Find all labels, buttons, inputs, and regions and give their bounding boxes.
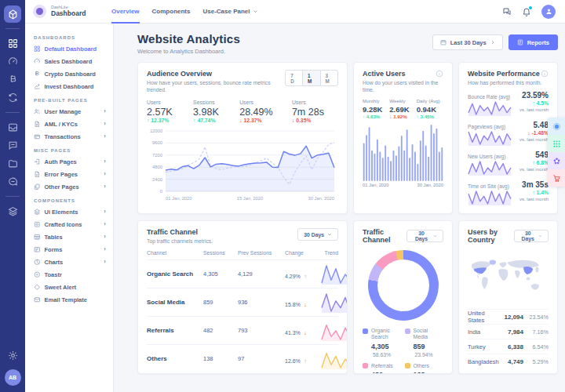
sidebar-item-crafted-icons[interactable]: Crafted Icons [25,218,113,230]
range-7d-button[interactable]: 7 D [286,71,302,85]
table-row[interactable]: Social Media 859 936 15.8% ↓ [147,288,338,316]
tab-overview[interactable]: Overview [111,0,140,24]
country-row[interactable]: Turkey 6,338 6.54% [468,339,549,354]
sidebar-item-transactions[interactable]: Transactions [25,130,113,143]
change-value: 41.3% [285,330,301,336]
help-icon[interactable] [541,70,549,78]
rail-settings-button[interactable] [2,347,23,365]
rail-avatar[interactable]: AB [5,369,21,386]
table-header: Channel Sessions Prev Sessions Change Tr… [147,250,338,260]
dashboard-grid-icon [34,45,41,53]
sidebar-item-user-manage[interactable]: User Manage [25,105,113,118]
range-dropdown[interactable]: 30 Days [406,230,443,242]
rail-item-messages[interactable] [2,136,23,154]
sidebar-item-default-dashboard[interactable]: Default Dashboard [25,42,113,55]
rail-item-invest[interactable] [2,89,23,107]
rail-item-crypto[interactable] [2,71,23,89]
range-dropdown[interactable]: 30 Days [297,228,338,241]
table-row[interactable]: Others 138 97 12.6% ↑ [147,344,338,372]
legend-value: 138 4.49% [414,371,444,374]
sidebar-item-other-pages[interactable]: Other Pages [25,180,113,193]
range-1m-button[interactable]: 1 M [302,71,319,85]
legend-label: Others [414,363,429,369]
sidebar-item-auth-pages[interactable]: Auth Pages [25,155,113,168]
range-3m-button[interactable]: 3 M [320,71,337,85]
theme-button[interactable] [548,118,565,135]
card-icon [34,133,41,140]
tab-use-case-panel[interactable]: Use-Case Panel [202,0,257,24]
country-row[interactable]: United States 12,094 23.54% [468,309,549,324]
range-dropdown[interactable]: 30 Days [514,230,549,242]
legend-value: 4,305 58.63% [371,343,402,358]
traffic-channel-donut-card: Traffic Channel 30 Days Organic Search 4… [353,220,453,374]
chat-icon [502,7,512,16]
tab-label: Overview [111,8,140,15]
table-row[interactable]: Referrals 482 793 41.3% ↓ [147,316,338,344]
sidebar-item-label: Sweet Alert [45,284,77,291]
stat-bounce: Users 28.49% ↓ 12.37% [239,100,292,123]
country-value: 6,338 [500,343,523,350]
rail-divider [5,28,20,29]
rail-item-support[interactable] [2,172,23,191]
stat-users: Users 2.57K ↑ 12.37% [147,100,193,123]
audience-area-chart: 120009600720048002400001 Jan, 202015 Jan… [147,127,337,202]
sidebar-item-email-template[interactable]: Email Template [25,293,113,306]
help-icon[interactable] [436,70,443,78]
sessions-value: 138 [203,355,238,362]
page-title: Website Analytics [137,32,240,45]
circle-icon [552,122,561,131]
country-row[interactable]: Bangladesh 4,749 5.29% [468,354,549,368]
chat-button[interactable] [502,7,512,16]
reports-button[interactable]: Reports [508,34,558,50]
metric-value: 549 [535,151,549,159]
table-row[interactable]: Organic Search 4,305 4,129 4.29% ↑ [147,260,338,288]
sidebar-item-error-pages[interactable]: Error Pages [25,168,113,180]
report-icon [517,39,523,45]
sessions-value: 482 [203,327,238,334]
sidebar-item-crypto-dashboard[interactable]: Crypto Dashboard [25,67,113,80]
rail-item-dashboards[interactable] [2,34,23,53]
users-icon [34,108,41,115]
rail-item-sales[interactable] [2,53,23,71]
table-icon [34,234,41,241]
rail-item-files[interactable] [2,154,23,172]
traffic-donut-chart [368,250,439,321]
sidebar-item-label: Charts [45,259,64,266]
sessions-value: 859 [203,299,238,306]
tab-components[interactable]: Components [152,0,191,24]
sidebar-item-charts[interactable]: Charts [25,256,113,268]
sparkline-chart [468,130,512,146]
rail-item-inbox[interactable] [2,118,23,136]
sidebar-item-sweet-alert[interactable]: Sweet Alert [25,281,113,293]
pie-chart-icon [34,259,41,266]
sidebar-item-ui-elements[interactable]: Ui Elements [25,205,113,218]
sidebar-item-invest-dashboard[interactable]: Invest Dashboard [25,80,113,93]
sidebar-item-tables[interactable]: Tables [25,230,113,243]
channel-name: Referrals [147,327,203,334]
brand[interactable]: DashLite Dashboard [33,5,111,18]
metric-delta: ↑ 6.8% [519,160,549,167]
legend-social-media: Social Media 859 23.94% [405,328,444,358]
notifications-button[interactable] [522,7,531,16]
apps-button[interactable] [548,135,565,152]
stat-duration: Users 7m 28s ↓ 0.35% [292,100,338,123]
brand-icon [33,5,46,18]
date-range-button[interactable]: Last 30 Days [432,34,503,50]
stat-delta: ↑ 4.63% [363,114,389,119]
sidebar-item-toastr[interactable]: Toastr [25,268,113,281]
sparkline-chart [468,190,512,205]
rail-item-components[interactable] [2,202,23,220]
addons-button[interactable] [548,152,565,169]
trend-arrow: ↑ [304,274,307,279]
card-subtitle: How has performed this month. [468,79,549,86]
active-users-card: Active Users How do your users visited i… [353,62,453,214]
sidebar-item-aml-kycs[interactable]: AML / KYCs [25,118,113,130]
chevron-right-icon [104,209,106,215]
chevron-right-icon [104,171,106,177]
user-avatar[interactable] [541,5,556,19]
country-row[interactable]: India 7,984 7.16% [468,324,549,339]
brand-cube-icon[interactable] [4,5,21,23]
sidebar-item-forms[interactable]: Forms [25,243,113,256]
shop-button[interactable] [548,169,565,187]
sidebar-item-sales-dashboard[interactable]: Sales Dashboard [25,55,113,67]
